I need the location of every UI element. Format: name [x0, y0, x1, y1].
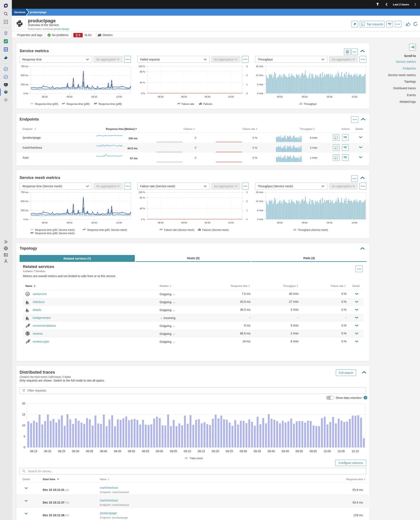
svg-text:08:30: 08:30: [42, 222, 48, 224]
svg-text:09:55: 09:55: [310, 450, 317, 453]
svg-text:10:00: 10:00: [116, 95, 122, 98]
svg-text:Actions: Actions: [341, 128, 350, 130]
svg-text:500 ms: 500 ms: [21, 200, 29, 202]
svg-text:09:45: 09:45: [282, 450, 289, 453]
svg-text:09:25: 09:25: [226, 450, 233, 453]
svg-text:250 ms: 250 ms: [21, 209, 29, 212]
svg-text:08:30: 08:30: [72, 450, 79, 453]
svg-text:10:00: 10:00: [352, 222, 358, 224]
svg-text:09:05: 09:05: [170, 450, 177, 453]
svg-text:09:00: 09:00: [67, 95, 73, 98]
svg-text:09:30: 09:30: [205, 95, 210, 98]
svg-text:09:00: 09:00: [302, 222, 308, 224]
svg-text:Response time (p90, Service me: Response time (p90, Service mesh): [87, 229, 127, 231]
svg-text:750 ms: 750 ms: [21, 191, 29, 193]
svg-text:40 %: 40 %: [140, 81, 145, 84]
svg-text:09:30: 09:30: [327, 222, 332, 224]
svg-text:Throughput: Throughput: [283, 285, 296, 288]
svg-text:09:00: 09:00: [156, 450, 163, 453]
svg-text:09:30: 09:30: [205, 222, 210, 224]
svg-text:09:00: 09:00: [181, 222, 187, 224]
svg-text:09:50: 09:50: [296, 450, 303, 453]
svg-text:0: 0: [246, 92, 248, 95]
svg-text:08:25: 08:25: [58, 450, 65, 453]
svg-text:10:10: 10:10: [352, 450, 359, 453]
svg-text:100 %: 100 %: [139, 191, 145, 193]
svg-text:3 /min: 3 /min: [310, 146, 317, 149]
svg-text:Response time (p99): Response time (p99): [98, 103, 122, 106]
svg-text:09:30: 09:30: [91, 95, 97, 98]
svg-text:08:35: 08:35: [86, 450, 93, 453]
svg-text:09:10: 09:10: [184, 450, 191, 453]
svg-text:Throughput (Service mesh): Throughput (Service mesh): [298, 229, 328, 231]
svg-text:0: 0: [246, 218, 248, 221]
svg-text:3: 3: [246, 191, 248, 193]
svg-text:0 %: 0 %: [141, 218, 145, 221]
svg-text:08:20: 08:20: [44, 450, 51, 453]
svg-text:47 ms: 47 ms: [130, 157, 137, 160]
svg-text:08:40: 08:40: [100, 450, 107, 453]
svg-text:2: 2: [246, 74, 248, 76]
svg-text:0 %: 0 %: [253, 146, 257, 149]
svg-text:Trace count: Trace count: [190, 457, 203, 460]
svg-text:09:35: 09:35: [254, 450, 261, 453]
svg-text:Name: Name: [100, 478, 106, 481]
svg-text:0: 0: [195, 146, 196, 149]
svg-text:6 /min: 6 /min: [257, 83, 263, 86]
svg-text:20: 20: [22, 402, 25, 405]
svg-text:Failures: Failures: [203, 103, 212, 106]
svg-text:Details: Details: [355, 128, 363, 130]
svg-text:Response time (p50, Service me: Response time (p50, Service mesh): [35, 229, 75, 231]
svg-text:Name: Name: [25, 285, 32, 288]
svg-text:250 ms: 250 ms: [21, 83, 29, 86]
svg-text:Response time: Response time: [231, 285, 248, 288]
svg-text:15: 15: [22, 413, 25, 416]
svg-text:10: 10: [22, 424, 25, 427]
svg-text:Endpoint: Endpoint: [22, 128, 32, 130]
svg-text:Failure rate: Failure rate: [242, 128, 255, 130]
svg-text:80 %: 80 %: [140, 70, 145, 73]
svg-text:08:30: 08:30: [42, 95, 48, 98]
svg-text:Failure rate: Failure rate: [181, 103, 194, 106]
svg-text:10:00: 10:00: [116, 222, 122, 224]
svg-text:5: 5: [23, 435, 25, 438]
svg-text:0 %: 0 %: [253, 136, 257, 139]
svg-text:Relation: Relation: [160, 285, 169, 288]
svg-text:08:30: 08:30: [277, 95, 283, 98]
svg-text:09:30: 09:30: [240, 450, 247, 453]
svg-text:Failure rate (Service mesh): Failure rate (Service mesh): [164, 229, 194, 231]
svg-text:09:15: 09:15: [198, 450, 205, 453]
svg-text:Details: Details: [22, 478, 30, 481]
svg-text:0: 0: [195, 156, 196, 159]
svg-text:Throughput: Throughput: [300, 128, 313, 130]
svg-text:12 /min: 12 /min: [256, 200, 263, 202]
svg-text:145 ms: 145 ms: [128, 137, 137, 140]
svg-text:500 ms: 500 ms: [21, 74, 29, 76]
svg-text:0 %: 0 %: [253, 156, 257, 159]
svg-text:0 ms: 0 ms: [23, 218, 28, 221]
svg-text:09:40: 09:40: [268, 450, 275, 453]
svg-text:08:50: 08:50: [128, 450, 135, 453]
svg-text:Start time: Start time: [43, 478, 55, 481]
svg-text:1: 1: [246, 209, 248, 212]
svg-text:0 /min: 0 /min: [257, 218, 263, 221]
svg-text:18 /min: 18 /min: [256, 65, 263, 68]
svg-text:08:30: 08:30: [277, 222, 283, 224]
svg-text:09:00: 09:00: [181, 95, 187, 98]
svg-text:10:00: 10:00: [228, 95, 234, 98]
svg-text:Failure rate: Failure rate: [331, 285, 343, 288]
svg-text:10:00: 10:00: [228, 222, 234, 224]
svg-text:Failures: Failures: [184, 128, 193, 130]
svg-text:08:30: 08:30: [158, 222, 164, 224]
svg-text:Response time [Median]: Response time [Median]: [106, 128, 135, 130]
svg-text:18 /min: 18 /min: [256, 191, 263, 193]
svg-text:Response time (p90): Response time (p90): [67, 103, 90, 106]
svg-text:Response time: Response time: [346, 478, 363, 481]
svg-text:09:30: 09:30: [91, 222, 97, 224]
svg-text:2: 2: [246, 200, 248, 202]
svg-text:6 /min: 6 /min: [257, 209, 263, 212]
svg-text:40 %: 40 %: [140, 207, 145, 210]
svg-text:Response time (p50): Response time (p50): [35, 103, 58, 106]
svg-text:Response time (p99, Service me: Response time (p99, Service mesh): [35, 232, 75, 235]
svg-text:0 ms: 0 ms: [23, 92, 28, 95]
